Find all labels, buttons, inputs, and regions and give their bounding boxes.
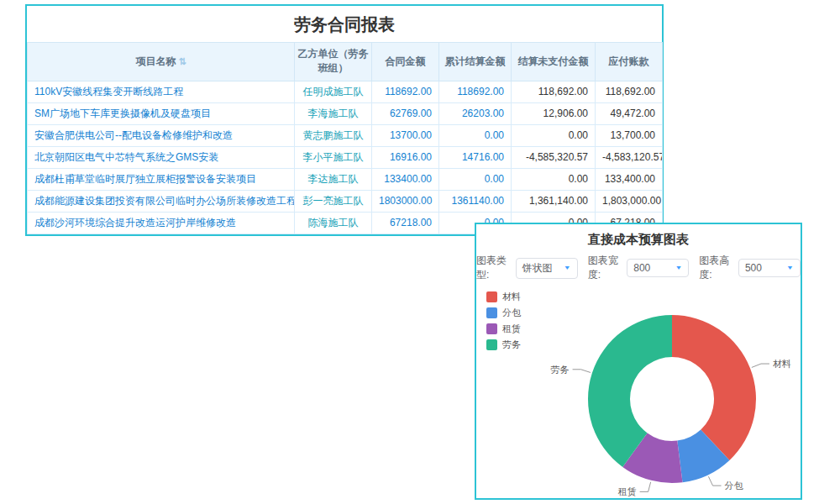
table-row: 成都能源建设集团投资有限公司临时办公场所装修改造工程EPC 彭一亮施工队 180… bbox=[28, 190, 663, 212]
team-cell: 陈海施工队 bbox=[295, 212, 372, 234]
settled-amount-cell: 14716.00 bbox=[439, 146, 512, 168]
col-header-unpaid-amount: 结算未支付金额 bbox=[512, 43, 596, 81]
payable-cell: 49,472.00 bbox=[596, 102, 663, 124]
table-row: 安徽合肥供电公司--配电设备检修维护和改造 黄志鹏施工队 13700.00 0.… bbox=[28, 124, 663, 146]
contract-amount-cell: 13700.00 bbox=[372, 124, 439, 146]
chart-width-control: 图表宽度: 800 ▼ bbox=[588, 254, 690, 282]
payable-cell: 118,692.00 bbox=[596, 81, 663, 102]
unpaid-amount-cell: 12,906.00 bbox=[512, 102, 596, 124]
table-row: 成都杜甫草堂临时展厅独立展柜报警设备安装项目 李达施工队 133400.00 0… bbox=[28, 168, 663, 190]
settled-amount-cell: 26203.00 bbox=[439, 102, 512, 124]
chart-width-label: 图表宽度: bbox=[588, 254, 624, 282]
chart-width-value: 800 bbox=[633, 262, 650, 274]
table-row: 北京朝阳区电气中芯特气系统之GMS安装 李小平施工队 16916.00 1471… bbox=[28, 146, 663, 168]
pie-chart-area: 材料分包租赁劳务 材料分包租赁劳务 bbox=[476, 287, 801, 504]
table-row: SM广场地下车库更换摄像机及硬盘项目 李海施工队 62769.00 26203.… bbox=[28, 102, 663, 124]
unpaid-amount-cell: 0.00 bbox=[512, 168, 596, 190]
unpaid-amount-cell: 118,692.00 bbox=[512, 81, 596, 102]
payable-cell: 133,400.00 bbox=[596, 168, 663, 190]
pie-label-line bbox=[573, 370, 591, 373]
chart-height-label: 图表高度: bbox=[699, 254, 735, 282]
chart-width-select[interactable]: 800 ▼ bbox=[627, 259, 689, 277]
col-header-settled-amount: 累计结算金额 bbox=[439, 43, 512, 81]
table-header-row: 项目名称⇅ 乙方单位（劳务班组） 合同金额 累计结算金额 结算未支付金额 应付账… bbox=[28, 43, 663, 81]
payable-cell: 13,700.00 bbox=[596, 124, 663, 146]
pie-label: 材料 bbox=[773, 359, 791, 369]
unpaid-amount-cell: 1,361,140.00 bbox=[512, 190, 596, 212]
col-header-team: 乙方单位（劳务班组） bbox=[295, 43, 372, 81]
table-row: 110kV安徽线程集变开断线路工程 任明成施工队 118692.00 11869… bbox=[28, 81, 663, 102]
col-header-label: 项目名称 bbox=[135, 55, 176, 67]
team-cell: 李达施工队 bbox=[295, 168, 372, 190]
project-name-link[interactable]: 成都沙河环境综合提升改造运河护岸维修改造 bbox=[28, 212, 295, 234]
page: 劳务合同报表 项目名称⇅ 乙方单位（劳务班组） 合同金额 累计结算金额 结算未支… bbox=[0, 0, 840, 504]
pie-label-line bbox=[752, 364, 769, 367]
sort-icon[interactable]: ⇅ bbox=[178, 56, 186, 66]
labor-contract-report-panel: 劳务合同报表 项目名称⇅ 乙方单位（劳务班组） 合同金额 累计结算金额 结算未支… bbox=[25, 4, 664, 236]
chart-controls: 图表类型: 饼状图 ▼ 图表宽度: 800 ▼ 图表高度: 500 ▼ bbox=[476, 252, 801, 287]
pie-label: 劳务 bbox=[551, 365, 570, 375]
chevron-down-icon: ▼ bbox=[675, 265, 682, 271]
chart-height-select[interactable]: 500 ▼ bbox=[738, 259, 801, 277]
settled-amount-cell: 0.00 bbox=[439, 168, 512, 190]
pie-label-line bbox=[640, 482, 651, 492]
chart-title: 直接成本预算图表 bbox=[476, 224, 801, 252]
unpaid-amount-cell: -4,585,320.57 bbox=[512, 146, 596, 168]
team-cell: 李海施工队 bbox=[295, 102, 372, 124]
cost-budget-chart-panel: 直接成本预算图表 图表类型: 饼状图 ▼ 图表宽度: 800 ▼ 图表高度: 5… bbox=[475, 223, 802, 500]
chart-type-label: 图表类型: bbox=[476, 254, 512, 282]
contract-amount-cell: 133400.00 bbox=[372, 168, 439, 190]
pie-label-line bbox=[708, 476, 721, 486]
col-header-contract-amount: 合同金额 bbox=[372, 43, 439, 81]
report-table: 项目名称⇅ 乙方单位（劳务班组） 合同金额 累计结算金额 结算未支付金额 应付账… bbox=[27, 42, 663, 234]
project-name-link[interactable]: 北京朝阳区电气中芯特气系统之GMS安装 bbox=[28, 146, 295, 168]
contract-amount-cell: 1803000.00 bbox=[372, 190, 439, 212]
contract-amount-cell: 16916.00 bbox=[372, 146, 439, 168]
report-title: 劳务合同报表 bbox=[27, 6, 662, 42]
chart-type-select[interactable]: 饼状图 ▼ bbox=[516, 258, 578, 279]
team-cell: 李小平施工队 bbox=[295, 146, 372, 168]
team-cell: 黄志鹏施工队 bbox=[295, 124, 372, 146]
project-name-link[interactable]: 110kV安徽线程集变开断线路工程 bbox=[28, 81, 295, 102]
team-cell: 彭一亮施工队 bbox=[295, 190, 372, 212]
settled-amount-cell: 1361140.00 bbox=[439, 190, 512, 212]
unpaid-amount-cell: 0.00 bbox=[512, 124, 596, 146]
project-name-link[interactable]: 成都杜甫草堂临时展厅独立展柜报警设备安装项目 bbox=[28, 168, 295, 190]
pie-label: 分包 bbox=[725, 480, 744, 491]
project-name-link[interactable]: 安徽合肥供电公司--配电设备检修维护和改造 bbox=[28, 124, 295, 146]
contract-amount-cell: 62769.00 bbox=[372, 102, 439, 124]
payable-cell: 1,803,000.00 bbox=[596, 190, 663, 212]
chart-type-value: 饼状图 bbox=[522, 261, 553, 276]
chevron-down-icon: ▼ bbox=[786, 265, 794, 271]
payable-cell: -4,583,120.57 bbox=[596, 146, 663, 168]
chart-height-control: 图表高度: 500 ▼ bbox=[699, 254, 801, 282]
chart-type-control: 图表类型: 饼状图 ▼ bbox=[476, 254, 578, 282]
col-header-project-name[interactable]: 项目名称⇅ bbox=[28, 43, 295, 81]
project-name-link[interactable]: 成都能源建设集团投资有限公司临时办公场所装修改造工程EPC bbox=[28, 190, 295, 212]
project-name-link[interactable]: SM广场地下车库更换摄像机及硬盘项目 bbox=[28, 102, 295, 124]
contract-amount-cell: 118692.00 bbox=[372, 81, 439, 102]
donut-chart: 材料分包租赁劳务 bbox=[476, 287, 801, 504]
chart-height-value: 500 bbox=[745, 262, 762, 274]
settled-amount-cell: 118692.00 bbox=[439, 81, 512, 102]
contract-amount-cell: 67218.00 bbox=[372, 212, 439, 234]
pie-label: 租赁 bbox=[618, 486, 637, 496]
settled-amount-cell: 0.00 bbox=[439, 124, 512, 146]
pie-slice[interactable] bbox=[672, 315, 756, 460]
chevron-down-icon: ▼ bbox=[564, 265, 571, 271]
col-header-payable: 应付账款 bbox=[596, 43, 663, 81]
team-cell: 任明成施工队 bbox=[295, 81, 372, 102]
